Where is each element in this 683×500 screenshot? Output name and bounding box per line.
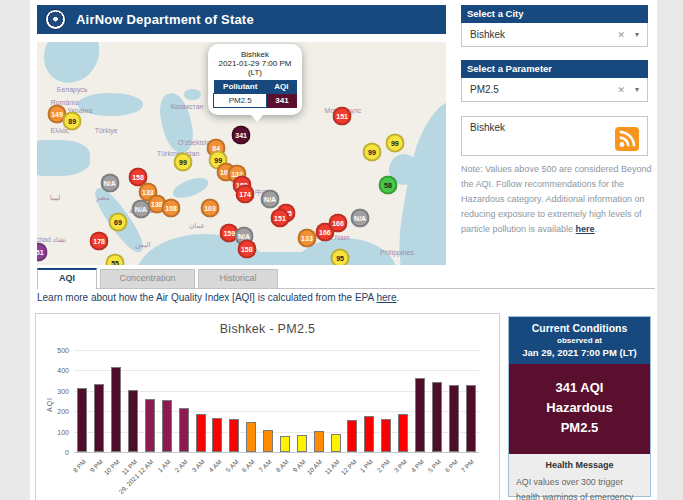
aqi-marker[interactable]: 151 [333,107,352,126]
map-country-label: عمان [189,222,205,230]
chart-bar[interactable] [145,399,155,452]
popup-pointer [250,114,264,122]
chart-bar[interactable] [280,436,290,452]
chart-bar[interactable] [347,420,357,452]
x-axis-label: 2 AM [173,458,188,473]
city-select-value: Bishkek [470,29,617,40]
aqi-marker[interactable]: 89 [63,111,82,130]
aqi-marker[interactable]: 108 [162,198,181,217]
x-axis-label: 5 AM [224,458,239,473]
map-country-label: Türkiye [95,127,118,134]
state-department-seal-icon [45,9,66,30]
x-axis-label: 6 AM [241,458,256,473]
water-shape [170,174,210,201]
chart-bar[interactable] [246,422,256,452]
popup-col-pollutant: Pollutant [214,80,267,94]
aqi-marker[interactable]: 99 [174,152,193,171]
aqi-marker[interactable]: 99 [362,142,381,161]
water-shape [37,140,90,176]
epa-here-link[interactable]: here [376,292,396,303]
note-here-link[interactable]: here [576,224,595,234]
chart-bar[interactable] [263,430,273,452]
chevron-down-icon[interactable]: ▾ [635,85,639,94]
clear-icon[interactable]: ✕ [617,30,625,40]
chart-bar[interactable] [331,434,341,452]
aqi-marker[interactable]: N/A [261,189,280,208]
select-parameter-header: Select a Parameter [461,60,648,78]
chart-bar[interactable] [179,408,189,452]
aqi-marker[interactable]: N/A [100,173,119,192]
aqi-marker[interactable]: 133 [297,229,316,248]
aqi-marker[interactable]: 55 [106,253,125,265]
chart-bar[interactable] [381,419,391,452]
water-shape [155,91,197,156]
chart-bar[interactable] [314,431,324,452]
chart-bar[interactable] [212,418,222,452]
aqi-marker[interactable]: 166 [329,214,348,233]
popup-pollutant-value: PM2.5 [214,94,267,108]
chart-bar[interactable] [364,416,374,452]
content-area: AirNow Department of State БеларусьУкраї… [30,0,657,500]
aqi-summary-block: 341 AQI Hazardous PM2.5 [509,364,650,454]
x-axis-label: 1 PM [359,458,375,474]
chart-bar[interactable] [94,384,104,452]
health-message-text: AQI values over 300 trigger health warni… [516,475,643,500]
x-axis-label: 10 AM [306,458,324,476]
chevron-down-icon[interactable]: ▾ [635,30,639,39]
chart-bar[interactable] [111,367,121,452]
water-shape [78,93,143,115]
y-axis-tick-label: 400 [57,367,74,374]
beyond-aqi-note: Note: Values above 500 are considered Be… [461,162,653,237]
select-city-header: Select a City [461,5,648,23]
aqi-marker[interactable]: 95 [331,249,350,265]
map-country-label: ليبيا [50,194,61,202]
observed-at-label: observed at [511,336,648,345]
y-axis-tick-label: 200 [57,408,74,415]
chart-bar[interactable] [466,385,476,452]
aqi-marker[interactable]: 69 [108,212,127,231]
current-conditions-title: Current Conditions [511,322,648,334]
city-select[interactable]: Bishkek ✕ ▾ [461,23,648,47]
popup-table: Pollutant AQI PM2.5 341 [213,80,297,108]
chart-bar[interactable] [449,385,459,452]
aqi-marker[interactable]: N/A [351,208,370,227]
aqi-marker[interactable]: 174 [236,185,255,204]
tab-concentration[interactable]: Concentration [100,269,195,288]
clear-icon[interactable]: ✕ [617,85,625,95]
aqi-marker[interactable]: N/A [131,200,150,219]
x-axis-label: 3 PM [392,458,408,474]
aqi-marker[interactable]: 178 [90,231,109,250]
chart-bar[interactable] [128,390,138,452]
aqi-marker[interactable]: 158 [237,239,256,258]
tab-aqi[interactable]: AQI [37,268,97,289]
map[interactable]: БеларусьУкраїнаКазахстанRomâniaΕλλάςTürk… [37,42,446,265]
rss-panel: Bishkek [461,116,648,156]
rss-icon[interactable] [615,127,639,151]
chart-bar[interactable] [398,414,408,452]
aqi-marker[interactable]: 103 [201,198,220,217]
aqi-marker[interactable]: 99 [385,134,404,153]
chart-bar[interactable] [229,419,239,452]
chart-bar[interactable] [196,414,206,452]
learn-more-text: Learn more about how the Air Quality Ind… [37,292,399,303]
water-shape [184,89,200,100]
app-title: AirNow Department of State [76,12,254,27]
chart-bar[interactable] [297,435,307,452]
chart-bar[interactable] [162,400,172,452]
aqi-marker[interactable]: 151 [270,208,289,227]
aqi-marker[interactable]: 251 [37,243,47,262]
app-header: AirNow Department of State [37,5,446,34]
chart-bar[interactable] [432,382,442,452]
y-axis-tick-label: 0 [65,449,74,456]
x-axis-label: 8 PM [72,458,88,474]
parameter-select-value: PM2.5 [470,84,617,95]
x-axis-label: 12 PM [339,458,357,476]
aqi-marker[interactable]: 341 [232,125,251,144]
aqi-parameter: PM2.5 [511,418,648,438]
aqi-marker[interactable]: 58 [378,175,397,194]
tab-historical[interactable]: Historical [198,269,278,288]
chart-bar[interactable] [415,378,425,452]
popup-aqi-value: 341 [267,94,297,108]
chart-bar[interactable] [77,388,87,452]
parameter-select[interactable]: PM2.5 ✕ ▾ [461,78,648,102]
